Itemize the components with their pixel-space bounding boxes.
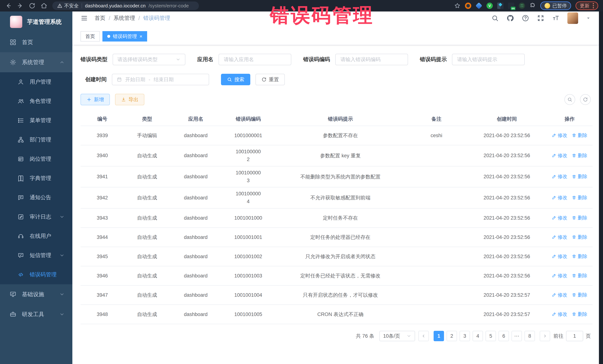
extension-icon-5[interactable] (508, 3, 514, 9)
paused-label: 已暂停 (552, 3, 567, 9)
reset-button-label: 重置 (269, 76, 279, 83)
app-title: 芋道管理系统 (27, 18, 62, 26)
page-button[interactable]: 8 (524, 331, 535, 341)
extension-icon-2[interactable] (475, 2, 482, 9)
edit-link[interactable]: 修改 (552, 234, 567, 240)
sidebar-item[interactable]: 岗位管理 (0, 149, 72, 169)
address-bar[interactable]: 不安全 dashboard.yudao.iocoder.cn/system/er… (52, 1, 199, 10)
table-row: 3940 自动生成 dashboard 1001000002 参数配置 key … (81, 145, 593, 166)
extension-icon-6[interactable]: ⚿ (519, 3, 525, 9)
sidebar-logo-row[interactable]: 芋道管理系统 (0, 11, 72, 32)
tab-home[interactable]: 首页 (81, 31, 100, 42)
browser-menu-icon[interactable] (593, 3, 594, 8)
sidebar-item[interactable]: 审计日志 (0, 207, 72, 226)
refresh-table-button[interactable] (580, 94, 591, 105)
sidebar-item[interactable]: 在线用户 (0, 226, 72, 246)
url-host: dashboard.yudao.iocoder.cn (85, 3, 146, 9)
column-header: 类型 (124, 113, 170, 125)
sidebar-item[interactable]: 基础设施 (0, 284, 72, 304)
breadcrumb-item[interactable]: 首页 (95, 14, 105, 22)
sidebar-item[interactable]: 短信管理 (0, 246, 72, 265)
reset-button[interactable]: 重置 (255, 74, 285, 85)
sidebar-item[interactable]: 系统管理 (0, 52, 72, 72)
delete-link-label: 删除 (578, 292, 587, 298)
app-name-input[interactable] (223, 56, 287, 63)
edit-link[interactable]: 修改 (552, 152, 567, 159)
delete-link[interactable]: 删除 (572, 132, 587, 139)
chevron-down-icon (59, 214, 65, 220)
page-button[interactable]: 1 (434, 331, 444, 341)
page-button[interactable]: 5 (486, 331, 496, 341)
browser-reload-icon[interactable] (29, 2, 36, 9)
profile-paused-pill[interactable]: 已暂停 (540, 1, 571, 10)
page-size-select[interactable]: 10条/页 (379, 331, 415, 341)
bookmark-star-icon[interactable] (454, 3, 461, 9)
export-button[interactable]: 导出 (115, 94, 144, 105)
cell-actions: 修改 删除 (547, 150, 593, 162)
page-button[interactable]: 4 (473, 331, 483, 341)
sidebar-item[interactable]: 部门管理 (0, 130, 72, 149)
sidebar-item[interactable]: 角色管理 (0, 92, 72, 111)
delete-link[interactable]: 删除 (572, 194, 587, 201)
delete-link[interactable]: 删除 (572, 292, 587, 298)
help-icon[interactable] (522, 14, 529, 22)
error-message-input[interactable] (457, 56, 520, 63)
search-icon[interactable] (491, 14, 499, 22)
show-search-toggle-button[interactable] (564, 94, 575, 105)
window-scrollbar[interactable] (599, 11, 603, 364)
delete-link[interactable]: 删除 (572, 253, 587, 260)
date-range-picker[interactable]: 开始日期 - 结束日期 (112, 74, 209, 85)
sidebar-item[interactable]: 菜单管理 (0, 111, 72, 130)
delete-link[interactable]: 删除 (572, 234, 587, 240)
sidebar-item[interactable]: 通知公告 (0, 188, 72, 207)
delete-link[interactable]: 删除 (572, 173, 587, 180)
sidebar-item[interactable]: 字典管理 (0, 169, 72, 188)
search-button[interactable]: 搜索 (221, 74, 250, 85)
edit-link[interactable]: 修改 (552, 272, 567, 279)
tab-error-code[interactable]: 错误码管理 × (103, 31, 147, 42)
edit-link[interactable]: 修改 (552, 132, 567, 139)
page-button[interactable]: 3 (460, 331, 470, 341)
goto-page-input[interactable] (566, 331, 583, 341)
github-icon[interactable] (507, 14, 514, 22)
prev-page-button[interactable] (418, 331, 429, 341)
avatar-caret-icon[interactable] (586, 16, 591, 21)
error-type-select[interactable]: 请选择错误码类型 (113, 54, 185, 65)
edit-link[interactable]: 修改 (552, 253, 567, 260)
edit-link[interactable]: 修改 (552, 194, 567, 201)
tab-close-icon[interactable]: × (139, 34, 142, 39)
browser-forward-icon[interactable] (17, 2, 24, 9)
delete-link[interactable]: 删除 (572, 272, 587, 279)
delete-link[interactable]: 删除 (572, 152, 587, 159)
next-page-button[interactable] (540, 331, 550, 341)
user-avatar[interactable] (567, 12, 578, 24)
edit-link[interactable]: 修改 (552, 292, 567, 298)
extension-icon-1[interactable] (465, 3, 471, 9)
edit-link[interactable]: 修改 (552, 215, 567, 221)
edit-link[interactable]: 修改 (552, 173, 567, 180)
extensions-puzzle-icon[interactable] (530, 3, 536, 9)
page-button[interactable]: 2 (447, 331, 457, 341)
error-code-input[interactable] (340, 56, 403, 63)
tools-icon (10, 311, 16, 318)
security-chip[interactable]: 不安全 (57, 3, 79, 9)
hamburger-icon[interactable] (81, 14, 88, 22)
browser-home-icon[interactable] (40, 2, 47, 9)
extension-icon-3[interactable]: V (487, 3, 493, 9)
delete-link[interactable]: 删除 (572, 215, 587, 221)
sidebar-item[interactable]: 研发工具 (0, 304, 72, 324)
fullscreen-icon[interactable] (537, 14, 544, 22)
page-button[interactable]: 6 (499, 331, 509, 341)
sidebar-item[interactable]: 首页 (0, 32, 72, 52)
sidebar-item[interactable]: 用户管理 (0, 72, 72, 92)
browser-back-icon[interactable] (5, 2, 12, 9)
delete-link[interactable]: 删除 (572, 311, 587, 318)
browser-update-pill[interactable]: 更新 (576, 1, 598, 10)
sidebar-item[interactable]: 错误码管理 (0, 265, 72, 284)
add-button[interactable]: 新增 (81, 94, 110, 105)
font-size-icon[interactable] (552, 14, 560, 22)
extension-icon-4[interactable] (497, 3, 504, 9)
more-pages-button[interactable]: ⋯ (511, 331, 522, 341)
breadcrumb-item[interactable]: 系统管理 (114, 14, 135, 22)
edit-link[interactable]: 修改 (552, 311, 567, 318)
